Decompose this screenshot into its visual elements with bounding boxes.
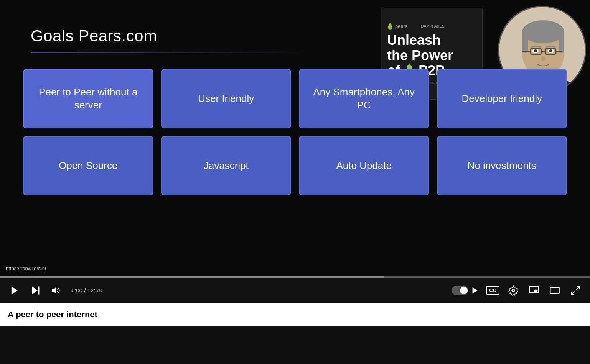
grid-cell-auto-update: Auto Update	[299, 136, 429, 195]
pears-line2: the Power	[387, 48, 453, 63]
autoplay-toggle[interactable]	[452, 286, 479, 295]
svg-rect-12	[559, 30, 564, 53]
grid-cell-smartphones: Any Smartphones, Any PC	[299, 69, 429, 128]
play-button[interactable]	[8, 284, 21, 297]
controls-bar: 6:00 / 12:58 CC	[0, 278, 590, 303]
play-icon	[9, 285, 20, 296]
pears-label2: DAMPFAKES	[421, 24, 445, 28]
video-title: A peer to peer internet	[8, 310, 97, 319]
autoplay-play-icon	[471, 286, 479, 295]
video-slide: Goals Pears.com pears DAMPFAKES Unleash …	[0, 0, 590, 276]
progress-bar[interactable]	[0, 276, 590, 278]
svg-marker-26	[52, 287, 56, 293]
time-total: 12:58	[87, 287, 102, 293]
miniplayer-button[interactable]	[527, 284, 541, 297]
pear-small-icon	[387, 23, 393, 30]
cc-button[interactable]: CC	[486, 286, 499, 295]
svg-point-10	[522, 20, 564, 43]
grid-cell-developer-friendly: Developer friendly	[437, 69, 567, 128]
svg-marker-27	[473, 287, 478, 293]
toggle-knob	[460, 287, 468, 294]
time-current: 6:00	[71, 287, 82, 293]
svg-point-28	[512, 289, 515, 292]
svg-marker-24	[32, 286, 38, 294]
time-separator: /	[84, 287, 87, 293]
settings-button[interactable]	[506, 284, 520, 297]
svg-rect-25	[38, 286, 40, 294]
svg-point-22	[541, 56, 545, 61]
svg-point-15	[534, 49, 537, 52]
grid-cell-no-investments: No investments	[437, 136, 567, 195]
svg-rect-30	[534, 289, 537, 292]
svg-point-1	[389, 23, 392, 26]
pears-line1: Unleash	[387, 33, 453, 48]
toggle-track[interactable]	[452, 286, 468, 295]
svg-marker-23	[12, 286, 18, 294]
next-button[interactable]	[28, 284, 42, 297]
slide-title: Goals Pears.com	[31, 27, 157, 45]
grid-cell-open-source: Open Source	[23, 136, 153, 195]
svg-line-32	[576, 286, 579, 289]
fullscreen-button[interactable]	[569, 284, 582, 297]
pears-header: pears DAMPFAKES	[385, 23, 445, 30]
url-overlay: https://robwijers.nl	[6, 266, 46, 271]
volume-icon	[51, 285, 61, 296]
time-display: 6:00 / 12:58	[71, 287, 102, 293]
settings-icon	[508, 285, 519, 296]
svg-rect-31	[550, 287, 559, 293]
grid-cell-user-friendly: User friendly	[161, 69, 292, 128]
svg-point-16	[549, 49, 552, 52]
grid-cell-p2p: Peer to Peer without a server	[23, 69, 153, 128]
title-underline	[31, 52, 307, 53]
pears-logo-text: pears	[395, 23, 408, 29]
feature-grid: Peer to Peer without a server User frien…	[23, 69, 567, 195]
volume-button[interactable]	[49, 284, 63, 297]
svg-line-33	[572, 291, 575, 294]
miniplayer-icon	[529, 285, 539, 296]
progress-buffered	[0, 276, 384, 278]
theater-icon	[549, 285, 560, 296]
fullscreen-icon	[570, 285, 581, 296]
grid-cell-javascript: Javascript	[161, 136, 292, 195]
theater-button[interactable]	[548, 284, 562, 297]
video-container: Goals Pears.com pears DAMPFAKES Unleash …	[0, 0, 590, 303]
cc-label: CC	[489, 287, 496, 293]
video-title-bar: A peer to peer internet	[0, 303, 590, 326]
svg-rect-11	[522, 30, 528, 53]
next-icon	[30, 285, 41, 296]
